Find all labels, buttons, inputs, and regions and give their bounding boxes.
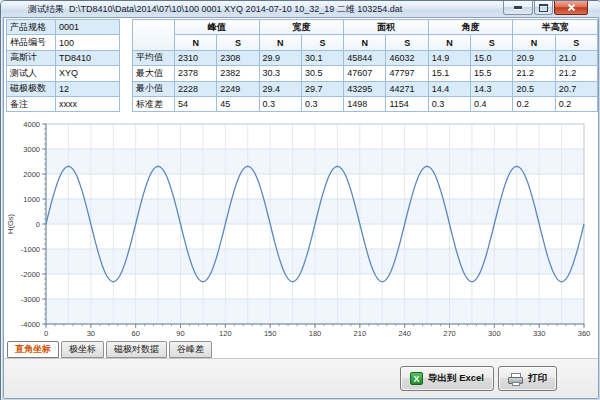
stat-value: 0.3	[301, 96, 343, 111]
info-label: 磁极极数	[7, 81, 56, 96]
y-tick-label: 3000	[23, 145, 40, 154]
print-button[interactable]: 打印	[498, 366, 557, 391]
stat-value: 30.3	[259, 66, 301, 81]
stat-value: 21.2	[555, 66, 597, 81]
x-tick-label: 180	[309, 329, 322, 338]
stat-value: 14.3	[471, 81, 513, 96]
stats-ns-header: N	[513, 35, 555, 50]
stats-group-header: 角度	[428, 20, 513, 35]
tab-polar-coords[interactable]: 极坐标	[61, 341, 104, 358]
x-tick-label: 30	[87, 329, 95, 338]
stats-ns-header: S	[386, 35, 428, 50]
stat-value: 20.5	[513, 81, 555, 96]
stat-value: 45844	[344, 50, 386, 65]
stats-ns-header: S	[217, 35, 259, 50]
stat-value: 15.0	[471, 50, 513, 65]
info-label: 测试人	[7, 66, 56, 81]
window-title-app: 测试结果	[28, 4, 64, 14]
excel-icon: X	[410, 372, 423, 385]
stat-value: 30.5	[301, 66, 343, 81]
stat-value: 15.1	[428, 66, 470, 81]
y-tick-label: -4000	[21, 320, 40, 329]
stat-value: 0.3	[259, 96, 301, 111]
close-icon	[567, 3, 576, 12]
export-excel-button[interactable]: X 导出到 Excel	[400, 366, 494, 391]
stat-value: 29.9	[259, 50, 301, 65]
stats-group-header: 峰值	[175, 20, 260, 35]
table-row: 平均值 2310 2308 29.9 30.1 45844 46032 14.9…	[133, 50, 598, 65]
stats-ns-header: N	[175, 35, 217, 50]
stat-value: 54	[175, 96, 217, 111]
stat-value: 1154	[386, 96, 428, 111]
stat-value: 2249	[217, 81, 259, 96]
stats-ns-header: N	[428, 35, 470, 50]
info-value: TD8410	[56, 50, 120, 65]
stat-value: 45	[217, 96, 259, 111]
titlebar: 测试结果D:\TD8410\Data\2014\07\10\100 0001 X…	[1, 1, 600, 17]
window-title: 测试结果D:\TD8410\Data\2014\07\10\100 0001 X…	[28, 3, 402, 16]
y-axis-label: H(Gs)	[6, 214, 15, 234]
x-tick-label: 0	[44, 329, 48, 338]
stat-value: 44271	[386, 81, 428, 96]
x-tick-label: 120	[219, 329, 232, 338]
stat-value: 2378	[175, 66, 217, 81]
x-tick-label: 240	[398, 329, 411, 338]
info-label: 备注	[7, 96, 56, 111]
x-tick-label: 150	[264, 329, 277, 338]
stats-ns-header: S	[555, 35, 597, 50]
stat-value: 15.5	[471, 66, 513, 81]
stats-ns-header: S	[471, 35, 513, 50]
stat-value: 47797	[386, 66, 428, 81]
minimize-button[interactable]	[503, 1, 533, 15]
stats-group-header: 宽度	[259, 20, 344, 35]
x-tick-label: 360	[578, 329, 591, 338]
maximize-button[interactable]	[534, 1, 553, 15]
stats-group-header: 面积	[344, 20, 429, 35]
stats-row-label: 标准差	[133, 96, 175, 111]
printer-icon	[508, 373, 523, 385]
tab-rectangular-coords[interactable]: 直角坐标	[7, 341, 59, 358]
stat-value: 29.4	[259, 81, 301, 96]
stats-row-label: 最小值	[133, 81, 175, 96]
stats-corner-cell	[133, 20, 175, 51]
stat-value: 0.4	[471, 96, 513, 111]
stats-ns-header: S	[301, 35, 343, 50]
stat-value: 46032	[386, 50, 428, 65]
caption-buttons	[502, 1, 588, 15]
info-label: 高斯计	[7, 50, 56, 65]
minimize-icon	[514, 6, 522, 10]
tab-valley-peak-diff[interactable]: 谷峰差	[169, 341, 212, 358]
stat-value: 21.0	[555, 50, 597, 65]
info-label: 产品规格	[7, 20, 56, 35]
y-tick-label: 0	[36, 220, 40, 229]
table-row: 最大值 2378 2382 30.3 30.5 47607 47797 15.1…	[133, 66, 598, 81]
y-tick-label: -2000	[21, 270, 40, 279]
stat-value: 2228	[175, 81, 217, 96]
info-value: 100	[56, 35, 120, 50]
stat-value: 2310	[175, 50, 217, 65]
tab-pole-pair-data[interactable]: 磁极对数据	[106, 341, 167, 358]
view-tabs: 直角坐标 极坐标 磁极对数据 谷峰差	[7, 341, 212, 356]
close-button[interactable]	[554, 1, 588, 15]
x-tick-label: 60	[131, 329, 139, 338]
x-tick-label: 270	[443, 329, 456, 338]
stats-ns-header: N	[344, 35, 386, 50]
stat-value: 1498	[344, 96, 386, 111]
export-excel-label: 导出到 Excel	[428, 372, 484, 385]
x-tick-label: 330	[533, 329, 546, 338]
stat-value: 2308	[217, 50, 259, 65]
info-value: xxxx	[56, 96, 120, 111]
app-window: 测试结果D:\TD8410\Data\2014\07\10\100 0001 X…	[0, 0, 600, 400]
waveform-chart: 40003000200010000-1000-2000-3000-4000030…	[4, 113, 598, 339]
info-label: 样品编号	[7, 35, 56, 50]
info-table: 产品规格0001 样品编号100 高斯计TD8410 测试人XYQ 磁极极数12…	[6, 19, 120, 112]
info-value: 0001	[56, 20, 120, 35]
bottom-bar: X 导出到 Excel 打印	[4, 358, 598, 398]
table-row: 最小值 2228 2249 29.4 29.7 43295 44271 14.4…	[133, 81, 598, 96]
y-tick-label: 2000	[23, 170, 40, 179]
stats-row-label: 平均值	[133, 50, 175, 65]
x-tick-label: 300	[488, 329, 501, 338]
table-row: 标准差 54 45 0.3 0.3 1498 1154 0.3 0.4 0.2 …	[133, 96, 598, 111]
y-tick-label: 4000	[23, 120, 40, 129]
y-tick-label: -3000	[21, 295, 40, 304]
